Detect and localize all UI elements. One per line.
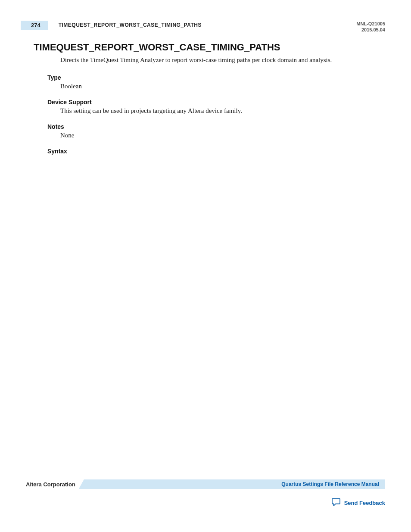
doc-date: 2015.05.04 [356, 27, 385, 33]
footer-bar: Altera Corporation Quartus Settings File… [26, 479, 385, 489]
type-body: Boolean [60, 83, 385, 90]
type-heading: Type [47, 74, 385, 81]
page-footer: Altera Corporation Quartus Settings File… [0, 479, 411, 508]
device-support-heading: Device Support [47, 99, 385, 106]
page-header: 274 TIMEQUEST_REPORT_WORST_CASE_TIMING_P… [0, 0, 411, 33]
page-number-badge: 274 [21, 21, 48, 30]
notes-body: None [60, 132, 385, 139]
device-support-body: This setting can be used in projects tar… [60, 107, 385, 115]
manual-link[interactable]: Quartus Settings File Reference Manual [281, 481, 379, 487]
send-feedback-link[interactable]: Send Feedback [344, 500, 385, 506]
notes-heading: Notes [47, 123, 385, 130]
intro-paragraph: Directs the TimeQuest Timing Analyzer to… [60, 56, 385, 65]
feedback-row: Send Feedback [26, 498, 385, 508]
main-content: TIMEQUEST_REPORT_WORST_CASE_TIMING_PATHS… [0, 33, 411, 155]
page-title: TIMEQUEST_REPORT_WORST_CASE_TIMING_PATHS [34, 42, 385, 53]
footer-bar-shape: Quartus Settings File Reference Manual [79, 479, 385, 489]
running-header-title: TIMEQUEST_REPORT_WORST_CASE_TIMING_PATHS [59, 21, 357, 28]
doc-id: MNL-Q21005 [356, 21, 385, 27]
comment-icon[interactable] [331, 498, 341, 508]
syntax-heading: Syntax [47, 148, 385, 155]
corporation-name: Altera Corporation [26, 481, 75, 488]
doc-metadata: MNL-Q21005 2015.05.04 [356, 21, 385, 33]
